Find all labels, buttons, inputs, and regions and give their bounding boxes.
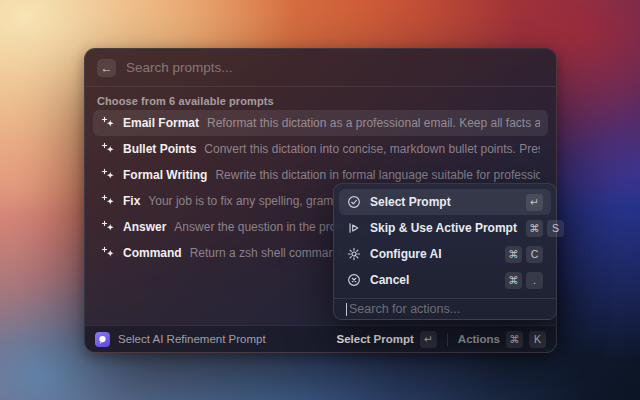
- command-key-badge: ⌘: [505, 272, 522, 289]
- prompt-title: Answer: [123, 220, 166, 234]
- app-icon: [95, 332, 110, 347]
- actions-search-placeholder: Search for actions...: [349, 302, 460, 316]
- sparkles-icon: [101, 246, 115, 260]
- header-divider: [85, 86, 556, 87]
- prompt-description: Rewrite this dictation in formal languag…: [215, 168, 540, 182]
- prompt-title: Command: [123, 246, 182, 260]
- command-key-badge: ⌘: [526, 220, 543, 237]
- command-key-badge: ⌘: [506, 331, 523, 348]
- menu-item-label: Skip & Use Active Prompt: [370, 221, 517, 235]
- status-bar: Select AI Refinement Prompt Select Promp…: [85, 325, 556, 352]
- prompt-title: Email Format: [123, 116, 199, 130]
- footer-actions-button[interactable]: Actions: [458, 333, 500, 345]
- menu-item-shortcut: ⌘ S: [526, 220, 564, 237]
- menu-item-label: Configure AI: [370, 247, 442, 261]
- footer-actions-group: Select Prompt ↵ Actions ⌘ K: [337, 331, 547, 348]
- prompt-title: Formal Writing: [123, 168, 207, 182]
- menu-item-shortcut: ↵: [526, 194, 543, 211]
- circle-check-icon: [347, 195, 361, 209]
- footer-separator: [447, 333, 448, 346]
- command-key-badge: ⌘: [505, 246, 522, 263]
- menu-item-label: Select Prompt: [370, 195, 451, 209]
- sparkles-icon: [101, 142, 115, 156]
- circle-x-icon: [347, 273, 361, 287]
- search-input[interactable]: Search prompts...: [126, 60, 233, 75]
- period-key-badge: .: [526, 272, 543, 289]
- return-key-badge: ↵: [526, 194, 543, 211]
- prompt-row-email-format[interactable]: Email Format Reformat this dictation as …: [93, 110, 548, 136]
- section-label: Choose from 6 available prompts: [97, 95, 544, 107]
- sparkles-icon: [101, 220, 115, 234]
- k-key-badge: K: [529, 331, 546, 348]
- actions-menu: Select Prompt ↵ Skip & Use Active Prompt…: [333, 183, 557, 320]
- prompt-description: Reformat this dictation as a professiona…: [207, 116, 540, 130]
- menu-item-configure-ai[interactable]: Configure AI ⌘ C: [339, 241, 551, 267]
- prompt-row-bullet-points[interactable]: Bullet Points Convert this dictation int…: [93, 136, 548, 162]
- back-button[interactable]: ←: [97, 59, 116, 77]
- sparkles-icon: [101, 194, 115, 208]
- actions-menu-list: Select Prompt ↵ Skip & Use Active Prompt…: [334, 184, 556, 298]
- sparkles-icon: [101, 168, 115, 182]
- text-caret: [346, 303, 347, 316]
- menu-item-shortcut: ⌘ .: [505, 272, 543, 289]
- prompt-title: Bullet Points: [123, 142, 196, 156]
- menu-item-cancel[interactable]: Cancel ⌘ .: [339, 267, 551, 293]
- prompt-title: Fix: [123, 194, 140, 208]
- desktop-background: ← Search prompts... Choose from 6 availa…: [0, 0, 640, 400]
- return-key-badge: ↵: [420, 331, 437, 348]
- gear-icon: [347, 247, 361, 261]
- menu-item-skip-use-active-prompt[interactable]: Skip & Use Active Prompt ⌘ S: [339, 215, 551, 241]
- prompt-description: Convert this dictation into concise, mar…: [204, 142, 540, 156]
- c-key-badge: C: [526, 246, 543, 263]
- menu-item-label: Cancel: [370, 273, 409, 287]
- footer-app-label: Select AI Refinement Prompt: [118, 333, 266, 345]
- menu-item-select-prompt[interactable]: Select Prompt ↵: [339, 189, 551, 215]
- skip-forward-icon: [347, 221, 361, 235]
- back-arrow-icon: ←: [101, 62, 113, 74]
- search-bar: ← Search prompts...: [85, 49, 556, 86]
- footer-select-prompt-button[interactable]: Select Prompt: [337, 333, 414, 345]
- actions-search-input[interactable]: Search for actions...: [334, 299, 556, 319]
- sparkles-icon: [101, 116, 115, 130]
- menu-item-shortcut: ⌘ C: [505, 246, 543, 263]
- s-key-badge: S: [547, 220, 564, 237]
